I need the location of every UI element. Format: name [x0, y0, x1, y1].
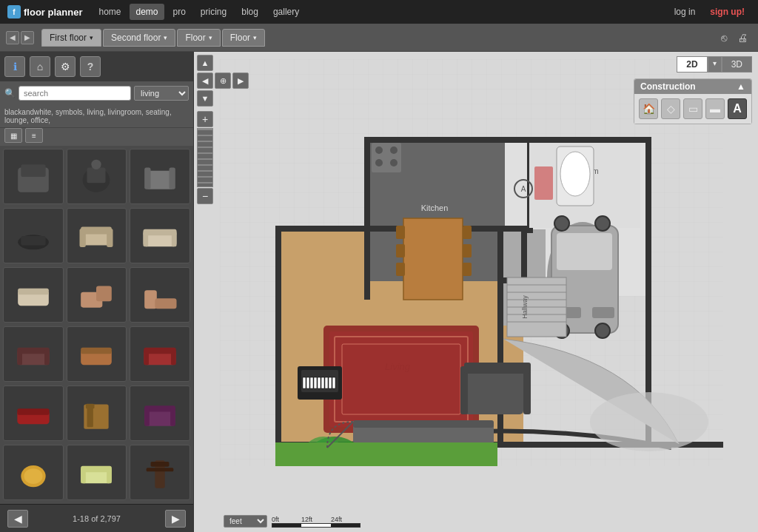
roof-tool[interactable]: ◇ [661, 98, 680, 119]
nav-pro[interactable]: pro [167, 4, 192, 20]
window-tool[interactable]: ▬ [705, 98, 725, 119]
floor-tab-third-label: Floor [185, 33, 205, 43]
furniture-item-office-chair[interactable] [67, 149, 127, 204]
svg-point-98 [390, 147, 398, 154]
svg-rect-79 [557, 233, 612, 270]
svg-rect-64 [364, 137, 649, 143]
sidebar-toolbar: ℹ ⌂ ⚙ ? [0, 52, 193, 81]
nav-pricing[interactable]: pricing [195, 4, 232, 20]
svg-point-85 [595, 216, 610, 231]
floor-tab-fourth-label: Floor [230, 33, 250, 43]
print-button[interactable]: 🖨 [733, 30, 752, 45]
floor-tab-second-arrow: ▾ [164, 34, 167, 41]
floor-nav-next[interactable]: ▶ [21, 31, 34, 44]
svg-rect-1 [21, 164, 45, 177]
furniture-item-chair-dark[interactable] [130, 445, 190, 500]
zoom-in-button[interactable]: + [197, 111, 213, 127]
furniture-item-sofa-light[interactable] [3, 267, 64, 323]
floor-tab-third[interactable]: Floor ▾ [177, 29, 220, 47]
category-select[interactable]: living bedroom kitchen office [134, 86, 189, 101]
furniture-item-coffee-table[interactable] [3, 208, 64, 263]
view-2d-button[interactable]: 2D [677, 56, 707, 73]
nav-home[interactable]: home [93, 4, 127, 20]
svg-rect-47 [81, 468, 87, 483]
view-3d-button[interactable]: 3D [722, 56, 752, 73]
svg-rect-120 [318, 377, 321, 388]
svg-rect-6 [144, 167, 150, 189]
construction-collapse-icon[interactable]: ▲ [737, 81, 745, 92]
door-tool[interactable]: ▭ [683, 98, 702, 119]
svg-point-70 [590, 392, 708, 451]
zoom-out-button[interactable]: − [197, 188, 213, 204]
wall-tool[interactable]: 🏠 [639, 98, 658, 119]
svg-rect-91 [396, 244, 405, 257]
furniture-item-armchair-lime[interactable] [67, 445, 127, 500]
nav-login[interactable]: log in [668, 4, 702, 20]
scale-unit-select[interactable]: feet meters [224, 515, 267, 528]
pan-left-button[interactable]: ◀ [197, 73, 213, 89]
floor-nav-prev[interactable]: ◀ [6, 31, 19, 44]
furniture-item-sofa-red[interactable] [130, 326, 190, 382]
help-button[interactable]: ? [80, 56, 101, 77]
pan-right-button[interactable]: ▶ [232, 73, 249, 89]
furniture-item-armchair-dark[interactable] [3, 149, 64, 204]
floor-tab-fourth[interactable]: Floor ▾ [222, 29, 265, 47]
list-view-button[interactable]: ≡ [25, 128, 43, 143]
svg-text:A: A [521, 185, 526, 193]
furniture-item-sofa-corner[interactable] [130, 267, 190, 323]
furniture-item-sofa-camel[interactable] [67, 326, 127, 382]
info-button[interactable]: ℹ [4, 56, 25, 77]
pan-center-button[interactable]: ⊕ [215, 73, 231, 89]
next-page-button[interactable]: ▶ [165, 510, 186, 528]
grid-view-button[interactable]: ▦ [4, 128, 22, 143]
search-icon: 🔍 [4, 88, 16, 98]
view-toggle: ▦ ≡ [0, 128, 193, 146]
home3d-button[interactable]: ⌂ [30, 56, 50, 77]
svg-rect-117 [306, 377, 309, 388]
logo-icon: f [7, 5, 21, 18]
floor-tab-first-arrow: ▾ [90, 34, 93, 41]
settings-button[interactable]: ⚙ [55, 56, 76, 77]
svg-rect-124 [332, 377, 335, 388]
floor-tabs-bar: ◀ ▶ First floor ▾ Second floor ▾ Floor ▾… [0, 24, 758, 52]
svg-rect-22 [144, 290, 157, 309]
nav-demo[interactable]: demo [130, 4, 164, 20]
pan-down-button[interactable]: ▼ [197, 90, 213, 107]
furniture-item-armchair-yellow[interactable] [3, 445, 64, 500]
nav-gallery[interactable]: gallery [267, 4, 305, 20]
furniture-item-sofa-beige[interactable] [67, 208, 127, 263]
nav-signup[interactable]: sign up! [704, 4, 751, 20]
furniture-item-sofa-sectional[interactable] [67, 267, 127, 323]
furniture-item-armchair-purple[interactable] [130, 385, 190, 441]
furniture-item-loveseat-red[interactable] [3, 385, 64, 441]
svg-rect-118 [310, 377, 313, 388]
furniture-item-armchair-wood[interactable] [67, 385, 127, 441]
view-mode-toggle: 2D ▾ 3D [677, 56, 752, 73]
pan-up-button[interactable]: ▲ [197, 55, 213, 71]
floor-tab-first[interactable]: First floor ▾ [41, 29, 101, 47]
prev-page-button[interactable]: ◀ [7, 510, 28, 528]
svg-rect-42 [170, 407, 175, 425]
svg-rect-48 [107, 468, 113, 483]
svg-rect-111 [329, 331, 473, 427]
svg-rect-119 [314, 377, 317, 388]
search-input[interactable] [19, 86, 131, 101]
text-tool[interactable]: A [728, 98, 747, 119]
svg-rect-92 [396, 263, 405, 276]
svg-rect-59 [275, 226, 281, 448]
svg-rect-65 [364, 137, 370, 229]
svg-point-97 [375, 147, 383, 154]
view-mode-dropdown[interactable]: ▾ [708, 56, 722, 73]
floor-tab-second[interactable]: Second floor ▾ [103, 29, 175, 47]
furniture-item-sofa-large[interactable] [130, 208, 190, 263]
canvas-area[interactable]: ▲ ◀ ⊕ ▶ ▼ + − 2D ▾ 3D Construction ▲ [194, 52, 758, 532]
svg-point-4 [92, 159, 101, 169]
furniture-item-lounge-chair[interactable] [130, 149, 190, 204]
svg-rect-130 [353, 420, 494, 428]
nav-blog[interactable]: blog [235, 4, 264, 20]
share-button[interactable]: ⎋ [717, 30, 731, 45]
scale-bar: feet meters 0ft 12ft 24ft [224, 515, 360, 528]
construction-panel: Construction ▲ 🏠 ◇ ▭ ▬ A [634, 78, 752, 124]
furniture-item-sofa-dark[interactable] [3, 326, 64, 382]
svg-rect-13 [81, 226, 113, 234]
